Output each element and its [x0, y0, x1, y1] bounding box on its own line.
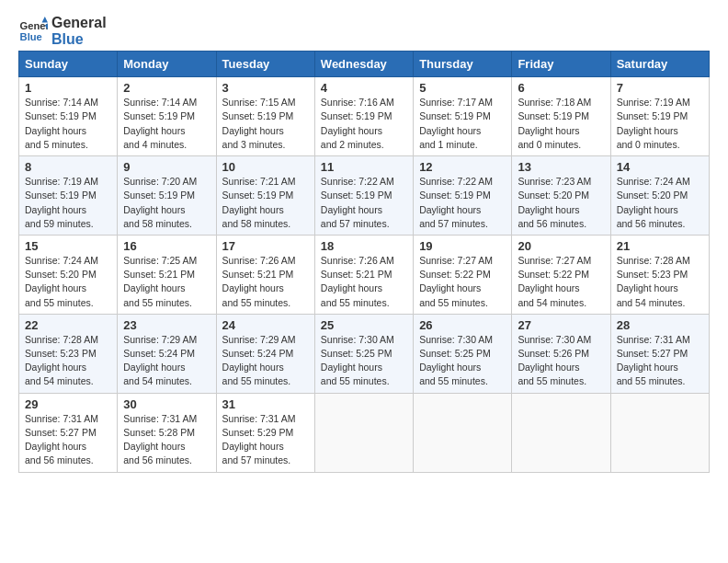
cal-cell: 22Sunrise: 7:28 AMSunset: 5:23 PMDayligh… — [19, 314, 118, 393]
day-info: Sunrise: 7:22 AMSunset: 5:19 PMDaylight … — [419, 176, 493, 229]
calendar-page: General Blue General Blue SundayMondayTu… — [0, 0, 728, 482]
logo: General Blue General Blue — [18, 15, 107, 47]
day-number: 31 — [222, 397, 309, 411]
cal-cell: 5Sunrise: 7:17 AMSunset: 5:19 PMDaylight… — [414, 77, 512, 156]
col-header-sunday: Sunday — [19, 52, 118, 77]
cal-cell: 12Sunrise: 7:22 AMSunset: 5:19 PMDayligh… — [414, 156, 512, 236]
day-number: 2 — [123, 81, 210, 95]
col-header-wednesday: Wednesday — [314, 52, 413, 77]
cal-cell: 21Sunrise: 7:28 AMSunset: 5:23 PMDayligh… — [610, 235, 709, 314]
cal-cell: 4Sunrise: 7:16 AMSunset: 5:19 PMDaylight… — [314, 77, 413, 156]
cal-cell: 10Sunrise: 7:21 AMSunset: 5:19 PMDayligh… — [216, 156, 314, 236]
cal-cell: 26Sunrise: 7:30 AMSunset: 5:25 PMDayligh… — [414, 314, 512, 393]
cal-cell: 17Sunrise: 7:26 AMSunset: 5:21 PMDayligh… — [216, 235, 314, 314]
cal-cell: 27Sunrise: 7:30 AMSunset: 5:26 PMDayligh… — [512, 314, 610, 393]
day-info: Sunrise: 7:18 AMSunset: 5:19 PMDaylight … — [518, 97, 591, 150]
cal-cell: 13Sunrise: 7:23 AMSunset: 5:20 PMDayligh… — [512, 156, 610, 236]
day-number: 28 — [617, 318, 703, 332]
cal-cell — [610, 393, 709, 472]
day-info: Sunrise: 7:28 AMSunset: 5:23 PMDaylight … — [617, 255, 690, 308]
day-number: 20 — [518, 239, 604, 253]
day-number: 29 — [25, 397, 111, 411]
cal-cell: 24Sunrise: 7:29 AMSunset: 5:24 PMDayligh… — [216, 314, 314, 393]
header-row: SundayMondayTuesdayWednesdayThursdayFrid… — [19, 52, 710, 77]
col-header-thursday: Thursday — [414, 52, 512, 77]
day-number: 22 — [25, 318, 111, 332]
cal-cell: 18Sunrise: 7:26 AMSunset: 5:21 PMDayligh… — [314, 235, 413, 314]
col-header-friday: Friday — [512, 52, 610, 77]
cal-cell: 23Sunrise: 7:29 AMSunset: 5:24 PMDayligh… — [118, 314, 216, 393]
day-number: 11 — [321, 160, 407, 174]
cal-cell — [512, 393, 610, 472]
col-header-saturday: Saturday — [610, 52, 709, 77]
cal-cell: 20Sunrise: 7:27 AMSunset: 5:22 PMDayligh… — [512, 235, 610, 314]
day-info: Sunrise: 7:19 AMSunset: 5:19 PMDaylight … — [25, 176, 98, 229]
week-row-2: 8Sunrise: 7:19 AMSunset: 5:19 PMDaylight… — [19, 156, 710, 236]
day-number: 10 — [222, 160, 309, 174]
cal-cell: 6Sunrise: 7:18 AMSunset: 5:19 PMDaylight… — [512, 77, 610, 156]
cal-cell: 14Sunrise: 7:24 AMSunset: 5:20 PMDayligh… — [610, 156, 709, 236]
day-number: 5 — [419, 81, 506, 95]
week-row-4: 22Sunrise: 7:28 AMSunset: 5:23 PMDayligh… — [19, 314, 710, 393]
day-number: 8 — [25, 160, 111, 174]
cal-cell — [314, 393, 413, 472]
calendar-table: SundayMondayTuesdayWednesdayThursdayFrid… — [18, 51, 710, 472]
cal-cell — [414, 393, 512, 472]
svg-marker-2 — [42, 17, 48, 22]
day-info: Sunrise: 7:23 AMSunset: 5:20 PMDaylight … — [518, 176, 591, 229]
day-info: Sunrise: 7:14 AMSunset: 5:19 PMDaylight … — [123, 97, 197, 150]
day-info: Sunrise: 7:21 AMSunset: 5:19 PMDaylight … — [222, 176, 296, 229]
cal-cell: 30Sunrise: 7:31 AMSunset: 5:28 PMDayligh… — [118, 393, 216, 472]
day-number: 24 — [222, 318, 309, 332]
day-number: 27 — [518, 318, 604, 332]
cal-cell: 3Sunrise: 7:15 AMSunset: 5:19 PMDaylight… — [216, 77, 314, 156]
day-number: 18 — [321, 239, 407, 253]
day-number: 13 — [518, 160, 604, 174]
day-info: Sunrise: 7:24 AMSunset: 5:20 PMDaylight … — [25, 255, 98, 308]
cal-cell: 11Sunrise: 7:22 AMSunset: 5:19 PMDayligh… — [314, 156, 413, 236]
day-number: 25 — [321, 318, 407, 332]
svg-text:Blue: Blue — [20, 30, 42, 41]
day-info: Sunrise: 7:14 AMSunset: 5:19 PMDaylight … — [25, 97, 98, 150]
day-info: Sunrise: 7:15 AMSunset: 5:19 PMDaylight … — [222, 97, 296, 150]
day-info: Sunrise: 7:20 AMSunset: 5:19 PMDaylight … — [123, 176, 197, 229]
day-number: 9 — [123, 160, 210, 174]
week-row-5: 29Sunrise: 7:31 AMSunset: 5:27 PMDayligh… — [19, 393, 710, 472]
day-number: 7 — [617, 81, 703, 95]
day-info: Sunrise: 7:26 AMSunset: 5:21 PMDaylight … — [321, 255, 394, 308]
day-number: 3 — [222, 81, 309, 95]
day-info: Sunrise: 7:29 AMSunset: 5:24 PMDaylight … — [222, 334, 296, 387]
cal-cell: 8Sunrise: 7:19 AMSunset: 5:19 PMDaylight… — [19, 156, 118, 236]
day-number: 19 — [419, 239, 506, 253]
day-info: Sunrise: 7:30 AMSunset: 5:25 PMDaylight … — [321, 334, 394, 387]
cal-cell: 29Sunrise: 7:31 AMSunset: 5:27 PMDayligh… — [19, 393, 118, 472]
cal-cell: 31Sunrise: 7:31 AMSunset: 5:29 PMDayligh… — [216, 393, 314, 472]
header: General Blue General Blue — [18, 15, 710, 47]
day-info: Sunrise: 7:25 AMSunset: 5:21 PMDaylight … — [123, 255, 197, 308]
week-row-3: 15Sunrise: 7:24 AMSunset: 5:20 PMDayligh… — [19, 235, 710, 314]
day-number: 1 — [25, 81, 111, 95]
day-info: Sunrise: 7:27 AMSunset: 5:22 PMDaylight … — [419, 255, 493, 308]
day-number: 16 — [123, 239, 210, 253]
day-info: Sunrise: 7:31 AMSunset: 5:27 PMDaylight … — [25, 413, 98, 466]
day-number: 17 — [222, 239, 309, 253]
day-info: Sunrise: 7:27 AMSunset: 5:22 PMDaylight … — [518, 255, 591, 308]
cal-cell: 16Sunrise: 7:25 AMSunset: 5:21 PMDayligh… — [118, 235, 216, 314]
day-info: Sunrise: 7:17 AMSunset: 5:19 PMDaylight … — [419, 97, 493, 150]
day-number: 23 — [123, 318, 210, 332]
day-info: Sunrise: 7:31 AMSunset: 5:29 PMDaylight … — [222, 413, 296, 466]
cal-cell: 2Sunrise: 7:14 AMSunset: 5:19 PMDaylight… — [118, 77, 216, 156]
logo-icon: General Blue — [18, 17, 48, 46]
day-info: Sunrise: 7:31 AMSunset: 5:28 PMDaylight … — [123, 413, 197, 466]
cal-cell: 25Sunrise: 7:30 AMSunset: 5:25 PMDayligh… — [314, 314, 413, 393]
logo-line2: Blue — [51, 31, 107, 48]
cal-cell: 15Sunrise: 7:24 AMSunset: 5:20 PMDayligh… — [19, 235, 118, 314]
day-info: Sunrise: 7:19 AMSunset: 5:19 PMDaylight … — [617, 97, 690, 150]
week-row-1: 1Sunrise: 7:14 AMSunset: 5:19 PMDaylight… — [19, 77, 710, 156]
cal-cell: 28Sunrise: 7:31 AMSunset: 5:27 PMDayligh… — [610, 314, 709, 393]
day-info: Sunrise: 7:28 AMSunset: 5:23 PMDaylight … — [25, 334, 98, 387]
col-header-monday: Monday — [118, 52, 216, 77]
day-info: Sunrise: 7:16 AMSunset: 5:19 PMDaylight … — [321, 97, 394, 150]
day-number: 15 — [25, 239, 111, 253]
cal-cell: 1Sunrise: 7:14 AMSunset: 5:19 PMDaylight… — [19, 77, 118, 156]
